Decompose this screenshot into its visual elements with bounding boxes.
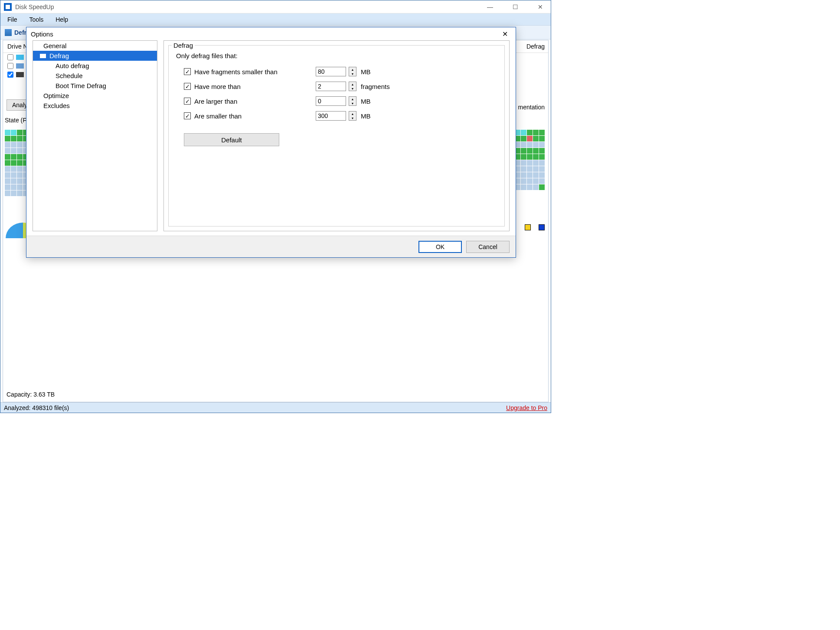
statusbar: Analyzed: 498310 file(s) Upgrade to Pro	[0, 402, 551, 413]
label-smaller-than: Are smaller than	[194, 112, 316, 120]
app-icon	[4, 3, 12, 11]
drive-icon	[16, 55, 24, 60]
settings-panel: Defrag Only defrag files that: Have frag…	[163, 40, 510, 231]
dialog-body: General Defrag Auto defrag Schedule Boot…	[26, 40, 516, 236]
upgrade-link[interactable]: Upgrade to Pro	[506, 404, 547, 411]
maximize-button[interactable]: ☐	[507, 2, 524, 12]
capacity-label: Capacity:	[7, 391, 32, 398]
tree-item-defrag[interactable]: Defrag	[33, 51, 157, 61]
label-more-than: Have more than	[194, 83, 316, 90]
state-label: State (F:	[5, 117, 28, 124]
spinner-fragments-smaller[interactable]: ▲▼	[349, 67, 356, 76]
unit-larger-than: MB	[361, 98, 371, 105]
default-button[interactable]: Default	[184, 133, 279, 146]
drive-checkbox-os[interactable]	[7, 54, 13, 60]
chart-icon	[5, 29, 12, 36]
capacity-value: 3.63 TB	[33, 391, 55, 398]
window-title: Disk SpeedUp	[15, 3, 54, 10]
dialog-close-button[interactable]: ✕	[499, 29, 511, 39]
option-row-more-than: Have more than ▲▼ fragments	[184, 80, 497, 92]
unit-more-than: fragments	[361, 83, 390, 90]
menu-file[interactable]: File	[2, 14, 23, 25]
status-text: Analyzed: 498310 file(s)	[4, 404, 69, 411]
capacity-line: Capacity: 3.63 TB	[7, 391, 55, 398]
tree-item-optimize[interactable]: Optimize	[33, 91, 157, 101]
drive-checkbox-se[interactable]	[7, 72, 13, 78]
legend-yellow	[525, 224, 531, 230]
settings-inner: Only defrag files that: Have fragments s…	[172, 45, 501, 153]
checkbox-more-than[interactable]	[184, 83, 191, 90]
spinner-more-than[interactable]: ▲▼	[349, 82, 356, 91]
input-fragments-smaller[interactable]	[316, 67, 346, 76]
tree-item-general[interactable]: General	[33, 41, 157, 51]
menu-tools[interactable]: Tools	[24, 14, 49, 25]
menubar: File Tools Help	[0, 13, 551, 26]
settings-subtitle: Only defrag files that:	[176, 52, 497, 59]
unit-smaller-than: MB	[361, 112, 371, 120]
drive-icon	[16, 72, 24, 77]
label-fragments-smaller: Have fragments smaller than	[194, 68, 316, 75]
close-button[interactable]: ✕	[532, 2, 549, 12]
titlebar: Disk SpeedUp — ☐ ✕	[0, 0, 551, 13]
dialog-footer: OK Cancel	[26, 236, 516, 257]
drive-checkbox-da[interactable]	[7, 63, 13, 69]
option-row-smaller-than: Are smaller than ▲▼ MB	[184, 110, 497, 122]
options-tree: General Defrag Auto defrag Schedule Boot…	[33, 40, 157, 231]
input-larger-than[interactable]	[316, 96, 346, 106]
window-controls: — ☐ ✕	[481, 2, 549, 12]
input-smaller-than[interactable]	[316, 111, 346, 121]
spinner-larger-than[interactable]: ▲▼	[349, 96, 356, 106]
label-larger-than: Are larger than	[194, 98, 316, 105]
tree-item-excludes[interactable]: Excludes	[33, 101, 157, 111]
ok-button[interactable]: OK	[418, 241, 462, 253]
input-more-than[interactable]	[316, 82, 346, 91]
cancel-button[interactable]: Cancel	[466, 241, 510, 253]
dialog-titlebar: Options ✕	[26, 27, 516, 40]
menu-help[interactable]: Help	[50, 14, 73, 25]
option-row-larger-than: Are larger than ▲▼ MB	[184, 95, 497, 107]
drive-icon	[16, 63, 24, 69]
dialog-title: Options	[31, 30, 53, 38]
spinner-smaller-than[interactable]: ▲▼	[349, 111, 356, 121]
options-dialog: Options ✕ General Defrag Auto defrag Sch…	[26, 27, 516, 258]
tree-item-boot-time[interactable]: Boot Time Defrag	[33, 81, 157, 91]
legend-blue	[539, 224, 545, 230]
defrag-column-header: Defrag	[526, 43, 545, 50]
checkbox-smaller-than[interactable]	[184, 112, 191, 119]
tree-item-schedule[interactable]: Schedule	[33, 71, 157, 81]
fragmentation-header: mentation	[518, 104, 545, 111]
legend	[525, 224, 545, 230]
checkbox-fragments-smaller[interactable]	[184, 68, 191, 75]
minimize-button[interactable]: —	[481, 2, 499, 12]
tree-item-auto-defrag[interactable]: Auto defrag	[33, 61, 157, 71]
option-row-fragments-smaller: Have fragments smaller than ▲▼ MB	[184, 66, 497, 78]
tree-item-defrag-label: Defrag	[49, 52, 69, 59]
unit-fragments-smaller: MB	[361, 68, 371, 75]
checkbox-larger-than[interactable]	[184, 98, 191, 105]
